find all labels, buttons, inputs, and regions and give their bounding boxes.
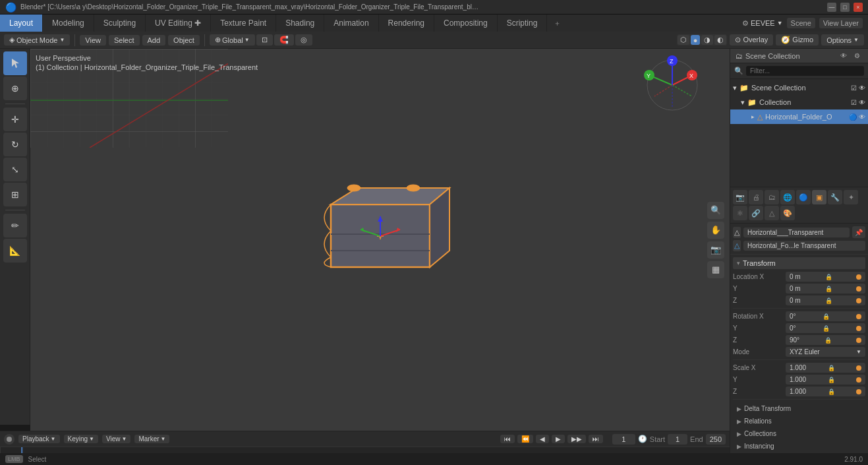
tab-shading[interactable]: Shading [276, 15, 324, 32]
timeline-record-btn[interactable] [4, 434, 14, 445]
camera-btn[interactable]: 📷 [707, 241, 724, 259]
marker-menu[interactable]: Marker ▼ [134, 435, 169, 443]
obj-eye-icon[interactable]: 🔵 [849, 113, 857, 121]
wireframe-btn[interactable]: ⬡ [678, 35, 689, 45]
frame-end[interactable]: 250 [706, 434, 726, 445]
play-back-btn[interactable]: ⏪ [517, 435, 533, 443]
solid-btn[interactable]: ● [691, 35, 701, 45]
transform-section-header[interactable]: ▾ Transform [733, 257, 865, 269]
object-row[interactable]: ▸ △ Horizontal_Folder_O 🔵 👁 [730, 109, 868, 124]
timeline-view-menu[interactable]: View ▼ [102, 435, 130, 443]
jump-end-btn[interactable]: ⏭ [589, 435, 603, 443]
measure-tool-btn[interactable]: 📐 [3, 239, 27, 263]
modifier-props-icon[interactable]: 🔧 [828, 190, 842, 204]
collections-section[interactable]: ▶ Collections [733, 427, 865, 440]
location-z-value[interactable]: 0 m 🔒 [786, 295, 865, 305]
particles-props-icon[interactable]: ✦ [844, 190, 858, 204]
location-z-lock[interactable]: 🔒 [825, 297, 832, 304]
pin-btn[interactable]: 📌 [852, 226, 865, 238]
jump-start-btn[interactable]: ⏮ [500, 435, 515, 443]
grid-btn[interactable]: ▦ [707, 261, 724, 278]
transform-selector[interactable]: ⊕ Global ▼ [210, 34, 255, 46]
view-layer-selector[interactable]: View Layer [819, 18, 863, 28]
maximize-button[interactable]: □ [840, 3, 850, 12]
frame-start[interactable]: 1 [668, 434, 687, 445]
proportional-btn[interactable]: ◎ [295, 34, 312, 46]
rotate-tool-btn[interactable]: ↻ [3, 133, 27, 156]
location-y-lock[interactable]: 🔒 [825, 286, 832, 292]
mesh-name-field[interactable]: Horizontal_Fo...le Transparent [743, 241, 865, 251]
tab-layout[interactable]: Layout [0, 15, 43, 32]
snap-btn[interactable]: 🧲 [274, 34, 294, 46]
outliner-search-input[interactable] [746, 66, 864, 76]
outliner-filter-btn[interactable]: ⚙ [851, 50, 863, 62]
scene-selector[interactable]: Scene [787, 18, 815, 28]
scale-y-value[interactable]: 1.000 🔒 [786, 375, 865, 385]
move-tool-btn[interactable]: ✛ [3, 108, 27, 131]
cursor-tool-btn[interactable]: ⊕ [3, 77, 27, 100]
tab-animation[interactable]: Animation [324, 15, 378, 32]
options-btn[interactable]: Options ▼ [821, 34, 864, 46]
select-menu[interactable]: Select [109, 35, 140, 46]
next-keyframe-btn[interactable]: ▶▶ [567, 435, 586, 443]
material-props-icon[interactable]: 🎨 [780, 206, 795, 220]
scale-z-lock[interactable]: 🔒 [828, 388, 834, 395]
world-props-icon[interactable]: 🔵 [796, 190, 811, 204]
annotate-tool-btn[interactable]: ✏ [3, 214, 27, 237]
location-x-lock[interactable]: 🔒 [825, 274, 832, 280]
outliner-hide-btn[interactable]: 👁 [838, 50, 850, 62]
physics-props-icon[interactable]: ⚛ [733, 206, 747, 220]
output-props-icon[interactable]: 🖨 [749, 190, 763, 204]
titlebar-controls[interactable]: — □ × [827, 3, 863, 12]
scene-props-icon[interactable]: 🌐 [780, 190, 795, 204]
keying-menu[interactable]: Keying ▼ [64, 435, 99, 443]
play-btn[interactable]: ▶ [552, 435, 565, 443]
zoom-out-btn[interactable]: ✋ [707, 222, 724, 239]
eye-icon[interactable]: 👁 [859, 84, 865, 92]
transform-tool-btn[interactable]: ⊞ [3, 183, 27, 206]
object-menu[interactable]: Object [168, 35, 200, 46]
col-check-icon[interactable]: ☑ [851, 99, 857, 106]
close-button[interactable]: × [854, 3, 863, 12]
prev-keyframe-btn[interactable]: ◀ [536, 435, 549, 443]
material-btn[interactable]: ◑ [701, 35, 713, 45]
constraints-props-icon[interactable]: 🔗 [749, 206, 763, 220]
tab-rendering[interactable]: Rendering [379, 15, 434, 32]
scale-z-value[interactable]: 1.000 🔒 [786, 387, 865, 396]
rotation-y-value[interactable]: 0° 🔒 [786, 323, 865, 333]
viewport-3d[interactable]: User Perspective (1) Collection | Horizo… [30, 49, 730, 431]
tab-texture-paint[interactable]: Texture Paint [211, 15, 276, 32]
collection-row[interactable]: ▾ 📁 Collection ☑ 👁 [730, 95, 868, 109]
rendered-btn[interactable]: ◐ [714, 35, 726, 45]
tab-sculpting[interactable]: Sculpting [94, 15, 146, 32]
col-eye-icon[interactable]: 👁 [859, 99, 865, 106]
render-props-icon[interactable]: 📷 [733, 190, 747, 204]
view-layer-props-icon[interactable]: 🗂 [765, 190, 779, 204]
tab-compositing[interactable]: Compositing [434, 15, 498, 32]
scale-x-lock[interactable]: 🔒 [828, 365, 834, 371]
nav-gizmo[interactable]: X Y Z [643, 55, 702, 115]
location-y-value[interactable]: 0 m 🔒 [786, 284, 865, 294]
pivot-btn[interactable]: ⊡ [256, 34, 273, 46]
tab-modeling[interactable]: Modeling [43, 15, 94, 32]
current-frame[interactable]: 1 [612, 434, 635, 445]
rotation-z-value[interactable]: 90° 🔒 [786, 335, 865, 345]
add-workspace-button[interactable]: ＋ [547, 15, 567, 32]
tab-scripting[interactable]: Scripting [498, 15, 548, 32]
gizmo-btn[interactable]: 🧭 Gizmo [776, 34, 819, 46]
zoom-in-btn[interactable]: 🔍 [707, 202, 724, 219]
data-props-icon[interactable]: △ [765, 206, 779, 220]
location-x-value[interactable]: 0 m 🔒 [786, 272, 865, 282]
rotation-x-value[interactable]: 0° 🔒 [786, 311, 865, 321]
hide-icon[interactable]: ☑ [851, 84, 857, 92]
mode-selector[interactable]: ◈ Object Mode ▼ [4, 34, 70, 46]
object-name-field[interactable]: Horizontal___Transparent [743, 228, 850, 237]
scale-tool-btn[interactable]: ⤡ [3, 158, 27, 181]
rotation-z-lock[interactable]: 🔒 [825, 337, 831, 344]
engine-selector[interactable]: ⚙ EEVEE ▼ [742, 19, 783, 28]
tab-uv-editing[interactable]: UV Editing ✚ [146, 15, 211, 32]
object-props-icon[interactable]: ▣ [812, 190, 826, 204]
rotation-mode-value[interactable]: XYZ Euler ▼ [786, 347, 865, 357]
add-menu[interactable]: Add [142, 35, 166, 46]
scale-x-value[interactable]: 1.000 🔒 [786, 363, 865, 373]
